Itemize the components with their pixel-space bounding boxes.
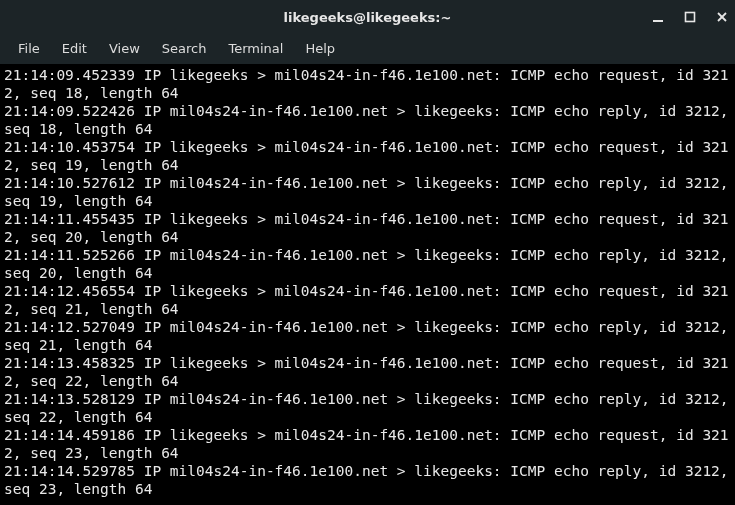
menu-edit[interactable]: Edit — [52, 37, 97, 60]
menu-help[interactable]: Help — [295, 37, 345, 60]
menu-view[interactable]: View — [99, 37, 150, 60]
menubar: File Edit View Search Terminal Help — [0, 34, 735, 64]
minimize-button[interactable] — [651, 10, 665, 24]
menu-search[interactable]: Search — [152, 37, 217, 60]
terminal-output[interactable]: 21:14:09.452339 IP likegeeks > mil04s24-… — [0, 64, 735, 505]
close-button[interactable] — [715, 10, 729, 24]
menu-terminal[interactable]: Terminal — [218, 37, 293, 60]
maximize-button[interactable] — [683, 10, 697, 24]
window-controls — [651, 0, 729, 34]
svg-rect-0 — [653, 20, 663, 22]
svg-rect-1 — [686, 13, 695, 22]
window-title: likegeeks@likegeeks:~ — [284, 10, 452, 25]
titlebar: likegeeks@likegeeks:~ — [0, 0, 735, 34]
menu-file[interactable]: File — [8, 37, 50, 60]
